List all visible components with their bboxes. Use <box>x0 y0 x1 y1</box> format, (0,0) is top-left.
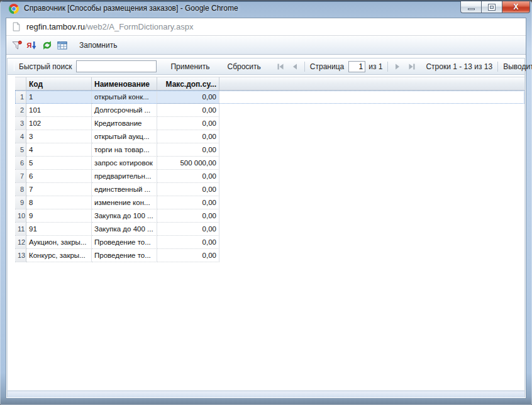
cell-code: 4 <box>26 143 92 157</box>
page-number-input[interactable] <box>348 61 365 72</box>
cell-code: 102 <box>26 117 92 130</box>
table-row[interactable]: 87единственный ...0,00 <box>15 183 524 196</box>
grid-header: Код Наименование Макс.доп.су... <box>15 77 524 91</box>
cell-sum: 0,00 <box>157 209 219 223</box>
cell-code: 5 <box>26 157 92 170</box>
row-number-header <box>15 77 26 90</box>
close-button[interactable]: X <box>502 1 530 13</box>
page-url: regfin.tambov.ru/web2/A_FormDictionary.a… <box>26 22 193 31</box>
row-number: 9 <box>15 196 26 209</box>
cell-code: 101 <box>26 104 92 117</box>
cell-code: Конкурс, закры... <box>26 249 92 262</box>
separator <box>304 62 305 72</box>
url-path: /web2/A_FormDictionary.aspx <box>85 22 193 31</box>
chrome-icon <box>9 4 19 14</box>
table-row[interactable]: 13Конкурс, закры...Проведение то...0,00 <box>15 249 524 262</box>
data-grid: Код Наименование Макс.доп.су... 11открыт… <box>15 77 524 262</box>
next-page-icon[interactable] <box>393 62 402 71</box>
table-row[interactable]: 76предварительн...0,00 <box>15 170 524 183</box>
row-number: 3 <box>15 117 26 130</box>
remember-button[interactable]: Запомнить <box>79 41 117 50</box>
browser-window: Справочник [Способы размещения заказов] … <box>0 0 532 405</box>
table-row[interactable]: 54торги на товар...0,00 <box>15 143 524 157</box>
cell-name: Закупка до 100 ... <box>92 209 157 223</box>
table-row[interactable]: 12Аукцион, закры...Проведение то...0,00 <box>15 236 524 249</box>
cell-code: 8 <box>26 196 92 209</box>
cell-code: 6 <box>26 170 92 183</box>
title-bar[interactable]: Справочник [Способы размещения заказов] … <box>0 0 532 18</box>
column-header-sum[interactable]: Макс.доп.су... <box>157 77 219 90</box>
refresh-icon[interactable] <box>42 40 53 51</box>
page-of-label: из 1 <box>369 62 382 71</box>
maximize-icon <box>489 4 495 10</box>
row-number: 4 <box>15 130 26 143</box>
url-domain: regfin.tambov.ru <box>26 22 85 31</box>
cell-sum: 0,00 <box>157 170 219 183</box>
cell-sum: 0,00 <box>157 143 219 157</box>
cell-sum: 0,00 <box>157 91 219 104</box>
cell-code: 1 <box>26 91 92 104</box>
url-bar: regfin.tambov.ru/web2/A_FormDictionary.a… <box>6 18 526 36</box>
cell-sum: 0,00 <box>157 223 219 236</box>
table-row[interactable]: 11открытый конк...0,00 <box>15 91 524 104</box>
filter-icon[interactable] <box>11 40 23 51</box>
per-page-label: Выводить по <box>503 62 532 71</box>
row-number: 12 <box>15 236 26 249</box>
cell-name: запрос котировок <box>92 157 157 170</box>
cell-name: Кредитование <box>92 117 157 130</box>
cell-code: 7 <box>26 183 92 196</box>
cell-name: единственный ... <box>92 183 157 196</box>
apply-button[interactable]: Применить <box>170 62 209 71</box>
table-row[interactable]: 109Закупка до 100 ...0,00 <box>15 209 524 223</box>
cell-sum: 0,00 <box>157 117 219 130</box>
first-page-icon[interactable] <box>276 62 285 71</box>
row-number: 7 <box>15 170 26 183</box>
quick-search-label: Быстрый поиск <box>19 62 72 71</box>
minimize-icon <box>468 8 475 10</box>
cell-sum: 0,00 <box>157 130 219 143</box>
quick-search-input[interactable] <box>76 60 157 72</box>
cell-name: торги на товар... <box>92 143 157 157</box>
row-number: 1 <box>15 91 26 104</box>
grid-panel: Быстрый поиск Применить Сбросить Страниц… <box>7 58 525 397</box>
row-number: 6 <box>15 157 26 170</box>
row-number: 10 <box>15 209 26 223</box>
table-row[interactable]: 1191Закупка до 400 ...0,00 <box>15 223 524 236</box>
cell-sum: 500 000,00 <box>157 157 219 170</box>
table-row[interactable]: 98изменение кон...0,00 <box>15 196 524 209</box>
cell-name: предварительн... <box>92 170 157 183</box>
prev-page-icon[interactable] <box>291 62 299 71</box>
row-number: 5 <box>15 143 26 157</box>
maximize-button[interactable] <box>481 1 502 13</box>
columns-icon[interactable] <box>57 40 68 51</box>
page-icon <box>12 21 21 32</box>
cell-code: Аукцион, закры... <box>26 236 92 249</box>
minimize-button[interactable] <box>460 1 481 13</box>
grid-body: 11открытый конк...0,002101Долгосрочный .… <box>15 91 524 262</box>
table-row[interactable]: 43открытый аукц...0,00 <box>15 130 524 143</box>
header-filler <box>219 77 524 90</box>
table-row[interactable]: 2101Долгосрочный ...0,00 <box>15 104 524 117</box>
page-body: Быстрый поиск Применить Сбросить Страниц… <box>6 55 526 398</box>
content-frame: regfin.tambov.ru/web2/A_FormDictionary.a… <box>6 18 526 399</box>
page-label: Страница <box>310 62 344 71</box>
column-header-name[interactable]: Наименование <box>92 77 157 90</box>
rows-info: Строки 1 - 13 из 13 <box>426 62 492 71</box>
window-controls: X <box>460 1 530 13</box>
row-number: 8 <box>15 183 26 196</box>
table-row[interactable]: 65запрос котировок500 000,00 <box>15 157 524 170</box>
cell-code: 9 <box>26 209 92 223</box>
sort-icon[interactable]: Я <box>26 40 38 51</box>
cell-sum: 0,00 <box>157 183 219 196</box>
column-header-code[interactable]: Код <box>26 77 92 90</box>
table-row[interactable]: 3102Кредитование0,00 <box>15 117 524 130</box>
cell-code: 91 <box>26 223 92 236</box>
row-number: 11 <box>15 223 26 236</box>
svg-text:Я: Я <box>27 42 32 49</box>
cell-sum: 0,00 <box>157 236 219 249</box>
cell-name: изменение кон... <box>92 196 157 209</box>
reset-button[interactable]: Сбросить <box>227 62 260 71</box>
cell-name: Долгосрочный ... <box>92 104 157 117</box>
last-page-icon[interactable] <box>407 62 416 71</box>
toolbar-handle <box>14 62 14 71</box>
